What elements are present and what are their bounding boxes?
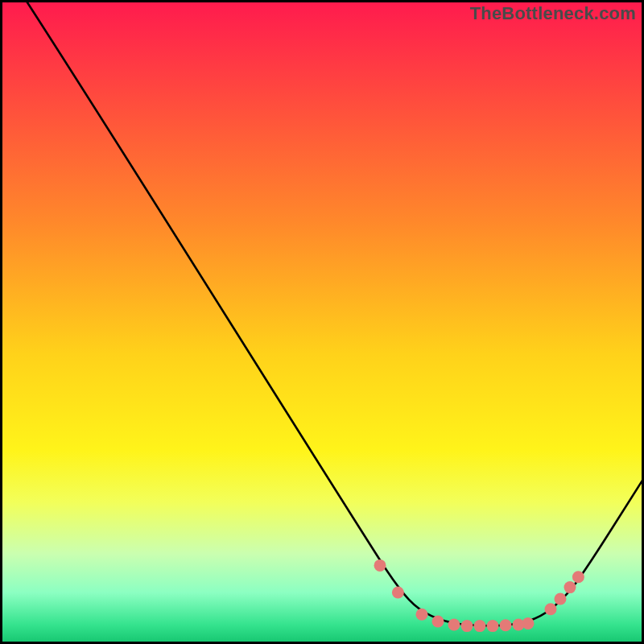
watermark-label: TheBottleneck.com xyxy=(470,3,636,24)
chart-container: TheBottleneck.com xyxy=(0,0,644,644)
bottleneck-curve-canvas xyxy=(0,0,644,644)
